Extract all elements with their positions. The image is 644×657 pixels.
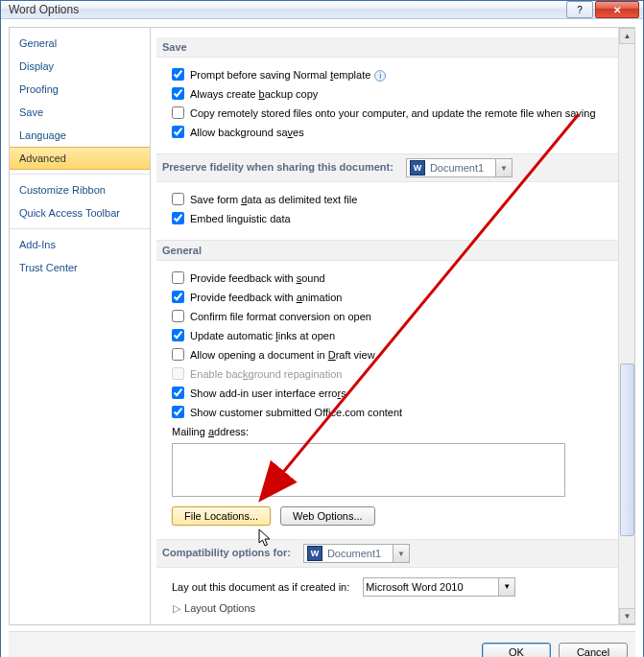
group-compat-heading: Compatibility options for: W Document1 ▼ bbox=[156, 539, 625, 568]
nav-proofing[interactable]: Proofing bbox=[10, 78, 150, 101]
nav-quick-access-toolbar[interactable]: Quick Access Toolbar bbox=[10, 201, 150, 224]
group-preserve-heading: Preserve fidelity when sharing this docu… bbox=[156, 153, 625, 182]
chk-repagination bbox=[172, 367, 184, 380]
opt-backup: Always create backup copy bbox=[164, 84, 617, 104]
general-button-row: File Locations... Web Options... bbox=[164, 497, 617, 533]
word-icon: W bbox=[410, 160, 425, 176]
chk-prompt-normal[interactable] bbox=[172, 68, 184, 81]
opt-copy-remote: Copy remotely stored files onto your com… bbox=[164, 104, 617, 123]
chk-animation[interactable] bbox=[172, 291, 184, 303]
chk-addin-errors[interactable] bbox=[172, 387, 184, 399]
opt-sound: Provide feedback with sound bbox=[164, 269, 617, 288]
nav-general[interactable]: General bbox=[10, 32, 150, 55]
client-area: General Display Proofing Save Language A… bbox=[1, 19, 643, 657]
nav-separator bbox=[10, 174, 150, 175]
lbl-prompt-normal: Prompt before saving Normal templatei bbox=[190, 67, 386, 82]
opt-addin-errors: Show add-in user interface errors bbox=[164, 384, 617, 403]
chevron-down-icon: ▼ bbox=[498, 578, 514, 596]
chk-update-links[interactable] bbox=[172, 329, 184, 341]
preserve-doc-combo[interactable]: W Document1 ▼ bbox=[406, 158, 513, 177]
ok-button[interactable]: OK bbox=[482, 643, 551, 658]
titlebar: Word Options ? ✕ bbox=[1, 1, 643, 19]
nav-customize-ribbon[interactable]: Customize Ribbon bbox=[10, 178, 150, 201]
chk-sound[interactable] bbox=[172, 271, 184, 284]
nav-trust-center[interactable]: Trust Center bbox=[10, 256, 150, 279]
opt-prompt-normal: Prompt before saving Normal templatei bbox=[164, 65, 617, 84]
chevron-down-icon: ▼ bbox=[393, 545, 409, 562]
mailing-address-input[interactable] bbox=[172, 443, 565, 497]
chevron-down-icon: ▼ bbox=[495, 159, 512, 176]
word-icon: W bbox=[307, 546, 322, 561]
chk-bg-saves[interactable] bbox=[172, 126, 184, 138]
content-pane: Save Prompt before saving Normal templat… bbox=[151, 27, 635, 625]
file-locations-button[interactable]: File Locations... bbox=[172, 506, 271, 526]
scroll-thumb[interactable] bbox=[620, 364, 634, 536]
lbl-save-form: Save form data as delimited text file bbox=[190, 192, 357, 207]
layout-as-combo[interactable]: Microsoft Word 2010 ▼ bbox=[363, 577, 515, 597]
group-general-heading: General bbox=[156, 240, 625, 261]
compat-doc-combo[interactable]: W Document1 ▼ bbox=[303, 544, 410, 563]
web-options-button[interactable]: Web Options... bbox=[280, 506, 375, 526]
lbl-mailing-address: Mailing address: bbox=[172, 424, 249, 439]
lbl-embed-ling: Embed linguistic data bbox=[190, 211, 291, 226]
word-options-dialog: Word Options ? ✕ General Display Proofin… bbox=[0, 0, 644, 657]
layout-options-tree[interactable]: ▷ Layout Options bbox=[164, 598, 617, 615]
nav-display[interactable]: Display bbox=[10, 55, 150, 78]
vertical-scrollbar[interactable]: ▲ ▼ bbox=[618, 28, 634, 624]
chk-embed-ling[interactable] bbox=[172, 212, 184, 224]
opt-animation: Provide feedback with animation bbox=[164, 288, 617, 307]
cancel-button[interactable]: Cancel bbox=[559, 643, 628, 658]
chk-copy-remote[interactable] bbox=[172, 106, 184, 119]
lbl-backup: Always create backup copy bbox=[190, 86, 318, 102]
opt-repagination: Enable background repagination bbox=[164, 364, 617, 384]
opt-office-content: Show customer submitted Office.com conte… bbox=[164, 403, 617, 422]
help-button[interactable]: ? bbox=[566, 1, 593, 18]
chk-office-content[interactable] bbox=[172, 406, 184, 418]
lbl-copy-remote: Copy remotely stored files onto your com… bbox=[190, 106, 596, 121]
window-title: Word Options bbox=[9, 3, 564, 16]
expand-icon: ▷ bbox=[172, 602, 181, 615]
dialog-footer: OK Cancel bbox=[9, 631, 635, 657]
chk-confirm-format[interactable] bbox=[172, 310, 184, 322]
lbl-layout-as: Lay out this document as if created in: bbox=[172, 579, 349, 595]
category-nav: General Display Proofing Save Language A… bbox=[9, 27, 151, 625]
mailing-address-row: Mailing address: bbox=[164, 422, 617, 441]
chk-draft[interactable] bbox=[172, 348, 184, 361]
nav-language[interactable]: Language bbox=[10, 124, 150, 147]
scroll-down-button[interactable]: ▼ bbox=[619, 608, 635, 624]
chk-save-form[interactable] bbox=[172, 193, 184, 205]
nav-advanced[interactable]: Advanced bbox=[10, 147, 150, 170]
nav-add-ins[interactable]: Add-Ins bbox=[10, 233, 150, 256]
opt-save-form: Save form data as delimited text file bbox=[164, 190, 617, 209]
layout-as-row: Lay out this document as if created in: … bbox=[164, 575, 617, 598]
lbl-bg-saves: Allow background saves bbox=[190, 125, 304, 140]
scroll-up-button[interactable]: ▲ bbox=[619, 28, 635, 44]
opt-confirm-format: Confirm file format conversion on open bbox=[164, 307, 617, 326]
opt-update-links: Update automatic links at open bbox=[164, 326, 617, 345]
nav-save[interactable]: Save bbox=[10, 101, 150, 124]
close-button[interactable]: ✕ bbox=[595, 1, 639, 18]
group-save-heading: Save bbox=[156, 37, 625, 58]
opt-draft: Allow opening a document in Draft view bbox=[164, 345, 617, 364]
opt-embed-ling: Embed linguistic data bbox=[164, 209, 617, 228]
nav-separator bbox=[10, 228, 150, 229]
chk-backup[interactable] bbox=[172, 87, 184, 100]
info-icon[interactable]: i bbox=[374, 70, 386, 82]
opt-bg-saves: Allow background saves bbox=[164, 123, 617, 142]
